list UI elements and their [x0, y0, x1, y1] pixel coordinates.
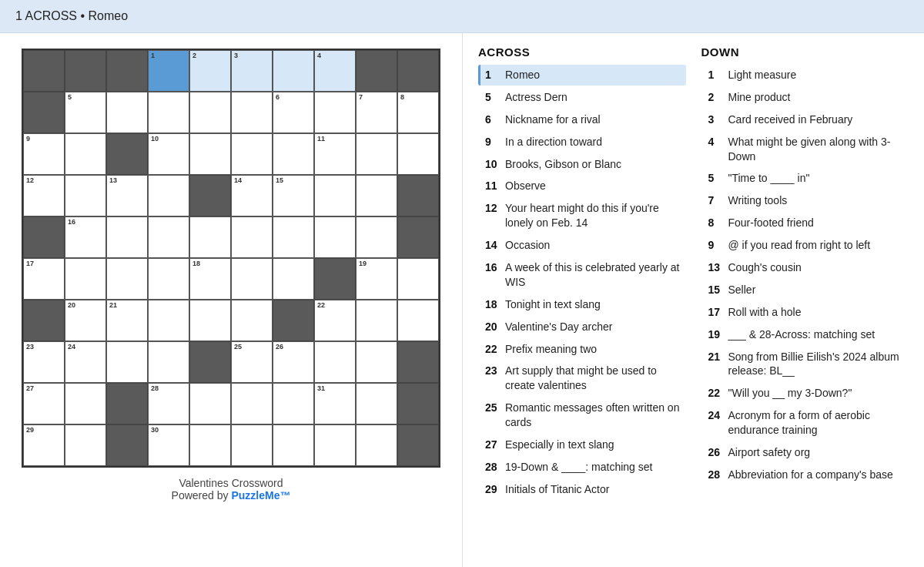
grid-cell[interactable]	[273, 383, 314, 424]
grid-cell[interactable]: 27	[23, 383, 65, 424]
grid-cell[interactable]	[65, 175, 106, 216]
grid-cell[interactable]: 8	[397, 92, 439, 133]
across-clue-item[interactable]: 22Prefix meaning two	[478, 339, 686, 360]
grid-cell[interactable]: 30	[148, 424, 189, 466]
down-clue-item[interactable]: 22"Will you __ my 3-Down?"	[701, 383, 909, 404]
grid-cell[interactable]	[65, 383, 106, 424]
grid-cell[interactable]	[273, 50, 314, 92]
grid-cell[interactable]: 23	[23, 341, 65, 383]
across-clue-item[interactable]: 14Occasion	[478, 235, 686, 256]
grid-cell[interactable]	[314, 92, 356, 133]
grid-cell[interactable]	[148, 258, 189, 300]
grid-cell[interactable]	[273, 133, 314, 175]
grid-cell[interactable]	[231, 216, 273, 258]
across-clue-item[interactable]: 27Especially in text slang	[478, 434, 686, 455]
down-clue-item[interactable]: 2Mine product	[701, 87, 909, 108]
grid-cell[interactable]: 25	[231, 341, 273, 383]
grid-cell[interactable]	[148, 216, 189, 258]
grid-cell[interactable]	[273, 424, 314, 466]
across-clue-item[interactable]: 18Tonight in text slang	[478, 294, 686, 315]
grid-cell[interactable]: 4	[314, 50, 356, 92]
grid-cell[interactable]	[65, 258, 106, 300]
down-clue-item[interactable]: 4What might be given along with 3-Down	[701, 132, 909, 167]
grid-cell[interactable]: 22	[314, 300, 356, 341]
grid-cell[interactable]: 10	[148, 133, 189, 175]
across-clue-item[interactable]: 10Brooks, Gibson or Blanc	[478, 154, 686, 175]
across-clue-item[interactable]: 29Initials of Titanic Actor	[478, 479, 686, 500]
grid-cell[interactable]: 18	[189, 258, 231, 300]
down-clue-item[interactable]: 21Song from Billie Eilish's 2024 album r…	[701, 347, 909, 382]
down-clue-item[interactable]: 26Airport safety org	[701, 442, 909, 463]
grid-cell[interactable]: 7	[356, 92, 397, 133]
grid-cell[interactable]	[356, 216, 397, 258]
across-clue-item[interactable]: 16A week of this is celebrated yearly at…	[478, 257, 686, 293]
down-clue-item[interactable]: 1Light measure	[701, 65, 909, 86]
down-clue-item[interactable]: 28Abbreviation for a company's base	[701, 465, 909, 485]
grid-cell[interactable]: 21	[106, 300, 148, 341]
grid-cell[interactable]	[189, 92, 231, 133]
grid-cell[interactable]: 26	[273, 341, 314, 383]
across-clue-item[interactable]: 1Romeo	[478, 65, 686, 86]
grid-cell[interactable]: 15	[273, 175, 314, 216]
across-clue-item[interactable]: 25Romantic messages often written on car…	[478, 398, 686, 433]
grid-cell[interactable]	[231, 383, 273, 424]
grid-cell[interactable]	[273, 216, 314, 258]
grid-cell[interactable]: 2	[189, 50, 231, 92]
across-clue-item[interactable]: 2819-Down & ____: matching set	[478, 457, 686, 478]
down-clue-item[interactable]: 3Card received in February	[701, 109, 909, 130]
grid-cell[interactable]: 16	[65, 216, 106, 258]
grid-cell[interactable]: 9	[23, 133, 65, 175]
grid-cell[interactable]	[397, 133, 439, 175]
grid-cell[interactable]	[189, 300, 231, 341]
across-clue-item[interactable]: 5Actress Dern	[478, 87, 686, 108]
grid-cell[interactable]: 28	[148, 383, 189, 424]
grid-cell[interactable]	[356, 341, 397, 383]
across-clue-item[interactable]: 23Art supply that might be used to creat…	[478, 361, 686, 396]
down-clue-item[interactable]: 17Roll with a hole	[701, 302, 909, 323]
grid-cell[interactable]: 24	[65, 341, 106, 383]
grid-cell[interactable]	[273, 258, 314, 300]
grid-cell[interactable]	[356, 175, 397, 216]
grid-cell[interactable]: 12	[23, 175, 65, 216]
grid-cell[interactable]	[106, 341, 148, 383]
grid-cell[interactable]	[231, 133, 273, 175]
grid-cell[interactable]	[189, 216, 231, 258]
grid-cell[interactable]	[314, 175, 356, 216]
crossword-grid[interactable]: 1234567891011121314151617181920212223242…	[22, 49, 440, 468]
grid-cell[interactable]	[314, 216, 356, 258]
grid-cell[interactable]	[356, 133, 397, 175]
grid-cell[interactable]	[106, 216, 148, 258]
down-clue-item[interactable]: 19___ & 28-Across: matching set	[701, 324, 909, 345]
down-clue-item[interactable]: 24Acronym for a form of aerobic enduranc…	[701, 405, 909, 441]
grid-cell[interactable]: 1	[148, 50, 189, 92]
grid-cell[interactable]: 14	[231, 175, 273, 216]
grid-cell[interactable]	[231, 424, 273, 466]
grid-cell[interactable]	[356, 300, 397, 341]
across-clue-item[interactable]: 12Your heart might do this if you're lon…	[478, 198, 686, 233]
grid-cell[interactable]: 3	[231, 50, 273, 92]
down-clue-item[interactable]: 7Writing tools	[701, 190, 909, 211]
down-clue-item[interactable]: 8Four-footed friend	[701, 213, 909, 233]
across-clue-item[interactable]: 9In a direction toward	[478, 132, 686, 153]
grid-cell[interactable]	[231, 92, 273, 133]
grid-cell[interactable]: 13	[106, 175, 148, 216]
grid-cell[interactable]	[189, 133, 231, 175]
grid-cell[interactable]: 19	[356, 258, 397, 300]
grid-cell[interactable]	[148, 92, 189, 133]
down-clue-item[interactable]: 15Seller	[701, 280, 909, 300]
grid-cell[interactable]	[106, 92, 148, 133]
across-clue-item[interactable]: 6Nickname for a rival	[478, 109, 686, 130]
grid-cell[interactable]	[314, 341, 356, 383]
grid-cell[interactable]: 17	[23, 258, 65, 300]
across-clue-item[interactable]: 11Observe	[478, 176, 686, 196]
grid-cell[interactable]	[397, 258, 439, 300]
grid-cell[interactable]	[189, 424, 231, 466]
grid-cell[interactable]: 29	[23, 424, 65, 466]
grid-cell[interactable]	[356, 383, 397, 424]
grid-cell[interactable]	[356, 424, 397, 466]
grid-cell[interactable]	[148, 300, 189, 341]
grid-cell[interactable]	[397, 300, 439, 341]
grid-cell[interactable]: 31	[314, 383, 356, 424]
grid-cell[interactable]	[148, 341, 189, 383]
grid-cell[interactable]: 11	[314, 133, 356, 175]
